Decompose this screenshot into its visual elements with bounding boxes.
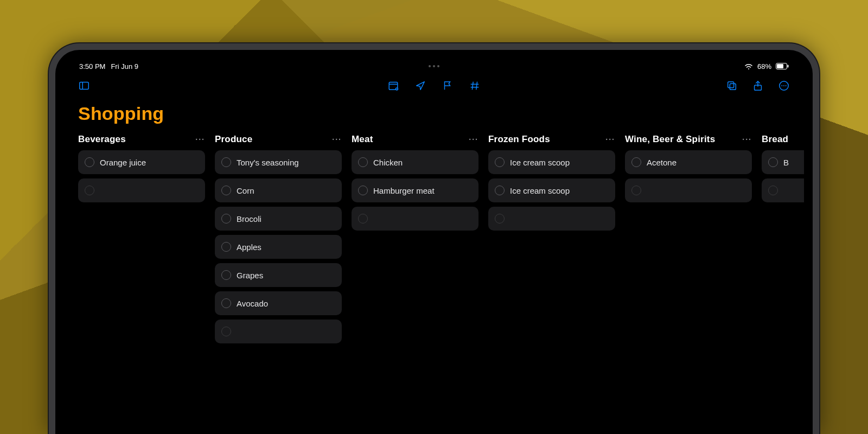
share-icon[interactable] xyxy=(752,80,764,92)
calendar-icon[interactable] xyxy=(387,80,399,92)
column-more-button[interactable]: ··· xyxy=(195,135,205,144)
empty-reminder-card[interactable] xyxy=(352,207,478,231)
checkbox-circle-icon[interactable] xyxy=(221,327,231,336)
column-cards: Ice cream scoopIce cream scoop xyxy=(488,150,615,231)
svg-rect-13 xyxy=(728,82,734,88)
reminder-card[interactable]: Ice cream scoop xyxy=(488,178,615,202)
reminder-card[interactable]: Ice cream scoop xyxy=(488,150,615,174)
column-cards: B xyxy=(762,150,804,202)
column-more-button[interactable]: ··· xyxy=(742,135,752,144)
column: Beverages···Orange juice xyxy=(78,134,205,425)
reminder-card[interactable]: B xyxy=(762,150,804,174)
column-header: Wine, Beer & Spirits··· xyxy=(625,134,752,145)
status-date: Fri Jun 9 xyxy=(111,62,138,71)
checkbox-circle-icon[interactable] xyxy=(495,157,505,167)
reminder-card[interactable]: Avocado xyxy=(215,291,342,315)
reminder-label: Brocoli xyxy=(237,214,261,224)
svg-rect-3 xyxy=(80,82,89,90)
column-header: Bread··· xyxy=(762,134,804,145)
column-title: Meat xyxy=(352,134,373,145)
board-columns[interactable]: Beverages···Orange juiceProduce···Tony's… xyxy=(64,134,804,425)
app-toolbar xyxy=(64,74,804,98)
checkbox-circle-icon[interactable] xyxy=(768,157,778,167)
column-more-button[interactable]: ··· xyxy=(332,135,342,144)
reminder-card[interactable]: Apples xyxy=(215,235,342,259)
column: Meat···ChickenHamburger meat xyxy=(352,134,478,425)
volume-up-button xyxy=(49,256,50,266)
reminder-label: Acetone xyxy=(647,158,676,167)
empty-reminder-card[interactable] xyxy=(215,320,342,343)
column-more-button[interactable]: ··· xyxy=(605,135,615,144)
column-header: Produce··· xyxy=(215,134,342,145)
reminder-label: Grapes xyxy=(237,271,263,280)
power-button xyxy=(49,305,50,327)
status-bar: 3:50 PM Fri Jun 9 68% xyxy=(64,59,804,74)
checkbox-circle-icon[interactable] xyxy=(221,298,231,308)
empty-reminder-card[interactable] xyxy=(78,178,205,202)
column-header: Frozen Foods··· xyxy=(488,134,615,145)
location-icon[interactable] xyxy=(414,80,426,92)
ipad-device-frame: 3:50 PM Fri Jun 9 68% xyxy=(49,43,819,434)
checkbox-circle-icon[interactable] xyxy=(221,242,231,252)
reminder-label: B xyxy=(783,158,789,167)
empty-reminder-card[interactable] xyxy=(625,178,752,202)
reminder-card[interactable]: Acetone xyxy=(625,150,752,174)
column-cards: ChickenHamburger meat xyxy=(352,150,478,231)
column: Bread···B xyxy=(762,134,804,425)
svg-rect-1 xyxy=(777,64,783,68)
checkbox-circle-icon[interactable] xyxy=(358,157,368,167)
checkbox-circle-icon[interactable] xyxy=(768,186,778,195)
multitask-grabber-icon[interactable] xyxy=(429,65,439,67)
svg-line-8 xyxy=(472,82,473,90)
checkbox-circle-icon[interactable] xyxy=(495,214,505,224)
checkbox-circle-icon[interactable] xyxy=(85,186,94,195)
checkbox-circle-icon[interactable] xyxy=(358,214,368,224)
page-title: Shopping xyxy=(64,98,804,134)
column-cards: Acetone xyxy=(625,150,752,202)
checkbox-circle-icon[interactable] xyxy=(631,157,641,167)
empty-reminder-card[interactable] xyxy=(762,178,804,202)
checkbox-circle-icon[interactable] xyxy=(631,186,641,195)
column-cards: Orange juice xyxy=(78,150,205,202)
sidebar-toggle-button[interactable] xyxy=(78,80,90,92)
copy-icon[interactable] xyxy=(726,80,738,92)
more-icon[interactable] xyxy=(778,80,790,92)
reminder-card[interactable]: Hamburger meat xyxy=(352,178,478,202)
reminder-card[interactable]: Brocoli xyxy=(215,207,342,231)
checkbox-circle-icon[interactable] xyxy=(221,214,231,224)
reminder-card[interactable]: Chicken xyxy=(352,150,478,174)
svg-point-17 xyxy=(783,85,784,86)
checkbox-circle-icon[interactable] xyxy=(221,270,231,280)
volume-down-button xyxy=(49,278,50,288)
reminder-label: Tony's seasoning xyxy=(237,158,299,167)
empty-reminder-card[interactable] xyxy=(488,207,615,231)
column-header: Meat··· xyxy=(352,134,478,145)
checkbox-circle-icon[interactable] xyxy=(358,186,368,195)
checkbox-circle-icon[interactable] xyxy=(221,157,231,167)
checkbox-circle-icon[interactable] xyxy=(495,186,505,195)
reminder-label: Hamburger meat xyxy=(373,186,435,195)
column-header: Beverages··· xyxy=(78,134,205,145)
column-title: Wine, Beer & Spirits xyxy=(625,134,715,145)
svg-point-18 xyxy=(786,85,787,86)
column-title: Frozen Foods xyxy=(488,134,550,145)
column-cards: Tony's seasoningCornBrocoliApplesGrapesA… xyxy=(215,150,342,343)
column: Produce···Tony's seasoningCornBrocoliApp… xyxy=(215,134,342,425)
column: Wine, Beer & Spirits···Acetone xyxy=(625,134,752,425)
reminder-label: Apples xyxy=(237,242,261,252)
column-title: Produce xyxy=(215,134,252,145)
column: Frozen Foods···Ice cream scoopIce cream … xyxy=(488,134,615,425)
reminder-card[interactable]: Orange juice xyxy=(78,150,205,174)
reminder-card[interactable]: Grapes xyxy=(215,263,342,287)
checkbox-circle-icon[interactable] xyxy=(85,157,94,167)
reminder-card[interactable]: Tony's seasoning xyxy=(215,150,342,174)
battery-percentage: 68% xyxy=(757,62,771,71)
column-more-button[interactable]: ··· xyxy=(469,135,478,144)
wifi-icon xyxy=(744,63,753,69)
hashtag-icon[interactable] xyxy=(469,80,481,92)
reminder-card[interactable]: Corn xyxy=(215,178,342,202)
svg-rect-2 xyxy=(788,65,789,68)
checkbox-circle-icon[interactable] xyxy=(221,186,231,195)
column-title: Bread xyxy=(762,134,788,145)
flag-icon[interactable] xyxy=(442,80,454,92)
